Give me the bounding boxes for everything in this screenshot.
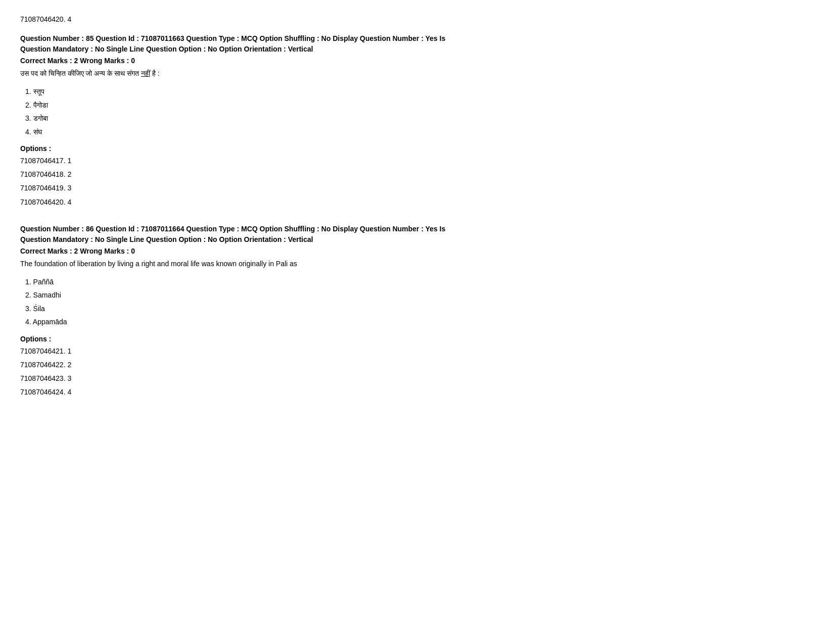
list-item: 71087046422. 2 [20,359,814,371]
question-85-text-part1: उस पद को चिन्हित कीजिए जो अन्य के साथ सं… [20,69,141,77]
list-item: 1. Paññā [25,276,814,287]
list-item: 3. डगोबा [25,113,814,124]
list-item: 71087046418. 2 [20,168,814,181]
question-85-options-list: 1. स्तूप 2. पैगोडा 3. डगोबा 4. संघ [25,86,814,137]
list-item: 71087046417. 1 [20,155,814,167]
question-86-meta: Question Number : 86 Question Id : 71087… [20,224,814,245]
question-85-text: उस पद को चिन्हित कीजिए जो अन्य के साथ सं… [20,68,814,79]
question-85-options-label: Options : [20,144,814,153]
list-item: 71087046421. 1 [20,345,814,358]
question-85-option-ids: 71087046417. 1 71087046418. 2 7108704641… [20,155,814,209]
question-86-options-label: Options : [20,335,814,343]
question-85-marks: Correct Marks : 2 Wrong Marks : 0 [20,57,814,65]
question-85-meta: Question Number : 85 Question Id : 71087… [20,33,814,55]
question-86-text: The foundation of liberation by living a… [20,258,814,269]
list-item: 1. स्तूप [25,86,814,97]
question-86-meta-line2: Question Mandatory : No Single Line Ques… [20,235,313,243]
question-86-marks: Correct Marks : 2 Wrong Marks : 0 [20,247,814,255]
question-86-meta-line1: Question Number : 86 Question Id : 71087… [20,225,445,233]
question-85-text-underline: नहीं [141,69,150,77]
question-86-block: Question Number : 86 Question Id : 71087… [20,224,814,399]
list-item: 2. Samadhi [25,289,814,301]
list-item: 71087046424. 4 [20,386,814,399]
list-item: 3. Śila [25,303,814,314]
list-item: 4. Appamāda [25,316,814,327]
list-item: 71087046420. 4 [20,196,814,209]
question-85-block: Question Number : 85 Question Id : 71087… [20,33,814,209]
question-86-option-ids: 71087046421. 1 71087046422. 2 7108704642… [20,345,814,399]
question-85-meta-line1: Question Number : 85 Question Id : 71087… [20,34,445,42]
question-85-text-part2: है : [150,69,160,77]
question-85-meta-line2: Question Mandatory : No Single Line Ques… [20,45,313,53]
list-item: 71087046419. 3 [20,182,814,194]
question-86-options-list: 1. Paññā 2. Samadhi 3. Śila 4. Appamāda [25,276,814,328]
top-option-id: 71087046420. 4 [20,15,814,23]
list-item: 4. संघ [25,126,814,137]
list-item: 71087046423. 3 [20,372,814,385]
list-item: 2. पैगोडा [25,100,814,111]
